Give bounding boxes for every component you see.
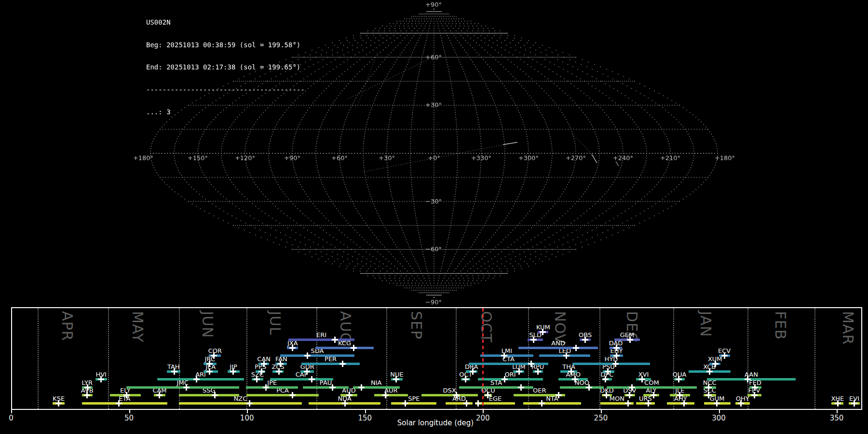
shower-peak-marker-per <box>339 361 346 367</box>
end-time-line: End: 20251013 02:17:38 (sol = 199.65°) <box>146 64 305 71</box>
shower-bar-nzc <box>179 402 302 405</box>
separator-line: --------------------------------------- <box>146 86 305 94</box>
x-tick-label: 100 <box>240 414 254 422</box>
shower-peak-marker-xvi <box>639 376 645 382</box>
shower-peak-marker-eri <box>332 337 338 343</box>
shower-peak-marker-amo <box>572 376 578 382</box>
shower-peak-marker-ard <box>463 400 470 407</box>
shower-peak-marker-qua <box>676 376 682 382</box>
x-tick-label: 350 <box>830 414 844 422</box>
shower-peak-marker-ori <box>502 376 508 382</box>
month-label-jul: JUL <box>267 311 284 336</box>
shower-peak-marker-cor <box>211 353 217 359</box>
shower-peak-marker-szc <box>254 376 260 382</box>
shower-peak-marker-oct <box>462 376 469 382</box>
shower-peak-marker-ari <box>193 376 200 382</box>
month-label-jan: JAN <box>697 311 714 337</box>
shower-peak-marker-fev <box>751 392 758 398</box>
shower-peak-marker-psu <box>605 368 611 375</box>
shower-bar-jmc <box>126 386 239 389</box>
shower-peak-marker-dra <box>470 368 476 375</box>
x-tick-label: 200 <box>476 414 490 422</box>
x-tick <box>601 410 602 413</box>
shower-peak-marker-pca <box>289 392 296 398</box>
meteor-observation-screen: US002N Beg: 20251013 00:38:59 (sol = 199… <box>0 0 868 434</box>
shower-peak-marker-pau <box>329 384 336 391</box>
x-tick <box>719 410 720 413</box>
x-tick-label: 150 <box>358 414 372 422</box>
shower-bar-com <box>607 386 696 389</box>
shower-peak-marker-jip <box>230 368 236 375</box>
shower-peak-marker-kcg <box>351 345 357 351</box>
shower-peak-marker-cap <box>309 376 315 382</box>
shower-activity-chart: APRMAYJUNJULAUGSEPOCTNOVDECJANFEBMARKSEE… <box>11 307 862 410</box>
shower-peak-marker-ohy <box>738 400 744 407</box>
shower-peak-marker-nia <box>358 384 365 391</box>
shower-peak-marker-leo <box>563 353 570 359</box>
shower-peak-marker-fed <box>752 384 758 391</box>
meteor-count-line: ...: 3 <box>146 108 305 116</box>
shower-label-spe: SPE <box>408 395 420 402</box>
shower-peak-marker-noo <box>586 384 592 391</box>
shower-peak-marker-aly <box>651 392 657 398</box>
shower-peak-marker-ely <box>123 392 130 398</box>
shower-peak-marker-nda <box>342 400 348 407</box>
x-tick <box>129 410 130 413</box>
x-tick <box>483 410 484 413</box>
month-label-mar: MAR <box>840 311 856 345</box>
shower-peak-marker-sta <box>518 384 524 391</box>
shower-bar-per <box>301 363 360 365</box>
shower-peak-marker-aur <box>382 392 389 398</box>
shower-bar-pca <box>246 394 319 396</box>
shower-peak-marker-xum <box>712 361 719 367</box>
shower-bar-hyd <box>572 363 650 365</box>
shower-peak-marker-xhe <box>835 400 841 407</box>
month-gridline <box>108 308 109 409</box>
shower-bar-cap <box>270 378 333 380</box>
shower-peak-marker-avb <box>84 392 90 398</box>
shower-peak-marker-lum <box>516 368 522 375</box>
month-label-apr: APR <box>59 311 76 341</box>
shower-peak-marker-dpc <box>602 376 609 382</box>
shower-bar-kcg <box>315 347 374 349</box>
shower-peak-marker-jle <box>677 392 683 398</box>
shower-bar-dsx <box>421 394 478 396</box>
shower-peak-marker-obs <box>582 337 588 343</box>
shower-bar-sda <box>280 354 354 357</box>
shower-peak-marker-lyr <box>84 384 91 391</box>
shower-peak-marker-hvi <box>98 376 104 382</box>
shower-bar-ssg <box>179 394 239 396</box>
shower-peak-marker-gdr <box>304 368 310 375</box>
shower-peak-marker-dad <box>613 345 620 351</box>
shower-peak-marker-gum <box>714 400 720 407</box>
shower-peak-marker-com <box>629 384 635 391</box>
shower-label-nia: NIA <box>371 379 381 386</box>
shower-peak-marker-ehy <box>613 353 620 359</box>
shower-peak-marker-kse <box>55 400 62 407</box>
shower-bar-nta <box>523 402 582 405</box>
shower-peak-marker-fan <box>277 361 284 367</box>
shower-peak-marker-urs <box>645 400 651 407</box>
x-tick <box>11 410 12 413</box>
shower-peak-marker-eta <box>116 400 122 407</box>
shower-peak-marker-aud <box>346 392 353 398</box>
month-label-oct: OCT <box>478 311 495 343</box>
shower-bar-noo <box>560 386 604 389</box>
shower-label-eri: ERI <box>316 331 326 339</box>
station-id: US002N <box>146 19 305 27</box>
shower-peak-marker-ecv <box>721 353 728 359</box>
x-tick-label: 50 <box>124 414 134 422</box>
shower-peak-marker-ahy <box>681 400 687 407</box>
shower-peak-marker-jxa <box>289 345 296 351</box>
shower-peak-marker-can <box>261 361 267 367</box>
shower-bar-aan <box>707 378 796 380</box>
shower-peak-marker-hyd <box>612 361 619 367</box>
month-label-sep: SEP <box>408 311 425 339</box>
shower-peak-marker-spe <box>402 400 408 407</box>
shower-bar-and <box>518 347 598 349</box>
shower-peak-marker-scc <box>705 392 712 398</box>
x-tick <box>365 410 366 413</box>
shower-peak-marker-kum <box>540 329 546 335</box>
shower-peak-marker-jmc <box>183 384 190 391</box>
shower-peak-marker-pps <box>258 368 265 375</box>
